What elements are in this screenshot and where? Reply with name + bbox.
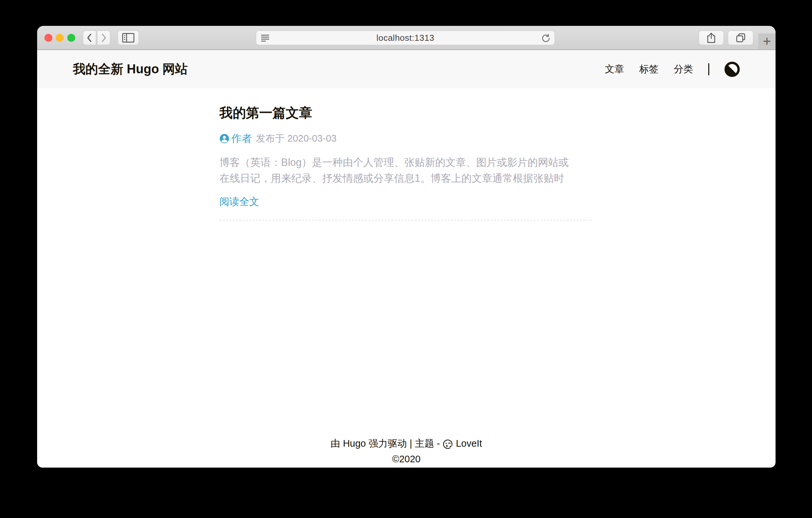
- back-button[interactable]: [83, 30, 96, 45]
- post-title[interactable]: 我的第一篇文章: [220, 104, 592, 122]
- footer-powered-text: 由 Hugo 强力驱动 | 主题 -: [331, 436, 440, 451]
- post-author-link[interactable]: 作者: [231, 132, 252, 145]
- sidebar-icon: [122, 33, 135, 43]
- url-text[interactable]: localhost:1313: [377, 33, 435, 43]
- address-bar[interactable]: localhost:1313: [256, 30, 555, 45]
- browser-window: localhost:1313: [37, 26, 776, 468]
- share-button[interactable]: [699, 30, 724, 45]
- post-publish-date: 发布于 2020-03-03: [256, 132, 337, 145]
- chevron-left-icon: [85, 33, 94, 43]
- minimize-window-button[interactable]: [56, 34, 64, 42]
- site-header: 我的全新 Hugo 网站 文章 标签 分类: [37, 50, 776, 88]
- post-summary-line: 在线日记，用来纪录、抒发情感或分享信息1。博客上的文章通常根据张贴时: [220, 170, 592, 186]
- post-summary-line: 博客（英语：Blog）是一种由个人管理、张贴新的文章、图片或影片的网站或: [220, 155, 592, 170]
- site-title[interactable]: 我的全新 Hugo 网站: [73, 61, 187, 78]
- theme-toggle-icon[interactable]: [725, 62, 740, 77]
- kiss-wink-heart-icon: [442, 439, 453, 450]
- post-meta: 作者 发布于 2020-03-03: [220, 132, 592, 145]
- post-summary: 博客（英语：Blog）是一种由个人管理、张贴新的文章、图片或影片的网站或 在线日…: [220, 155, 592, 186]
- nav-item-categories[interactable]: 分类: [674, 63, 693, 76]
- reload-icon[interactable]: [541, 33, 551, 43]
- tab-overview-button[interactable]: [728, 30, 753, 45]
- site-nav: 文章 标签 分类: [605, 62, 740, 77]
- post-divider: [220, 220, 592, 221]
- share-icon: [706, 32, 716, 44]
- nav-divider: [708, 63, 709, 75]
- zoom-window-button[interactable]: [67, 34, 75, 42]
- browser-toolbar: localhost:1313: [37, 26, 776, 50]
- nav-item-tags[interactable]: 标签: [639, 63, 659, 76]
- user-circle-icon: [220, 134, 229, 144]
- site-footer: 由 Hugo 强力驱动 | 主题 - LoveIt ©2020: [37, 436, 776, 467]
- read-more-link[interactable]: 阅读全文: [220, 195, 592, 209]
- footer-copyright: ©2020: [37, 451, 776, 467]
- footer-powered-line: 由 Hugo 强力驱动 | 主题 - LoveIt: [37, 436, 776, 451]
- forward-button[interactable]: [97, 30, 110, 45]
- sidebar-toggle-button[interactable]: [118, 30, 139, 45]
- footer-theme-link[interactable]: LoveIt: [456, 436, 482, 451]
- new-tab-button[interactable]: +: [758, 33, 776, 49]
- chevron-right-icon: [99, 33, 108, 43]
- tabs-icon: [735, 32, 746, 43]
- main-content: 我的第一篇文章 作者 发布于 2020-03-03 博客（英语：Blog）是一种…: [220, 88, 592, 221]
- reader-view-icon[interactable]: [261, 34, 270, 43]
- nav-item-posts[interactable]: 文章: [605, 63, 624, 76]
- close-window-button[interactable]: [45, 34, 52, 42]
